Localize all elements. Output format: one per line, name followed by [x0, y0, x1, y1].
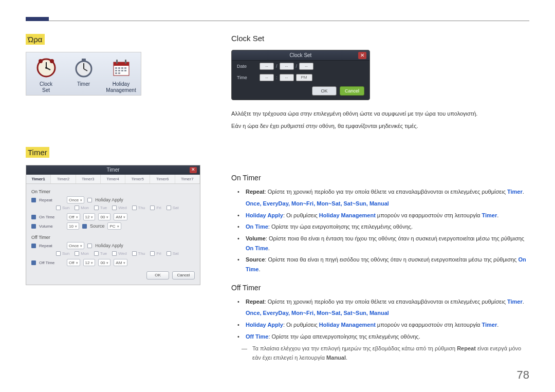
- list-item: Off Time: Ορίστε την ώρα απενεργοποίησης…: [242, 332, 529, 342]
- days-row-1: Sun Mon Tue Wed Thu Fri Sat: [31, 204, 195, 212]
- date-field[interactable]: --: [280, 63, 294, 70]
- timer-option[interactable]: Timer: [66, 55, 101, 93]
- day-check[interactable]: [56, 206, 61, 210]
- source-check[interactable]: [82, 224, 87, 229]
- chevron-down-icon: ▾: [80, 242, 82, 249]
- off-repeat-check[interactable]: [31, 244, 36, 248]
- day-tue: Tue: [100, 251, 107, 256]
- footnote-dash: ―: [242, 344, 247, 362]
- offtime-label: Off Time: [39, 260, 64, 265]
- day-check[interactable]: [150, 206, 155, 210]
- day-check[interactable]: [112, 251, 117, 256]
- cancel-button[interactable]: Cancel: [172, 271, 195, 279]
- clock-icon: [28, 55, 64, 80]
- day-check[interactable]: [94, 251, 99, 256]
- off-timer-group: Off Timer: [31, 235, 195, 240]
- chevron-down-icon: ▾: [76, 259, 78, 266]
- time-field[interactable]: --: [280, 74, 294, 81]
- offtime-check[interactable]: [31, 260, 36, 265]
- svg-point-4: [39, 59, 43, 63]
- day-check[interactable]: [132, 251, 137, 256]
- clock-set-option[interactable]: ClockSet: [28, 55, 64, 93]
- time-field[interactable]: --: [260, 74, 274, 81]
- day-check[interactable]: [75, 206, 79, 210]
- day-check[interactable]: [112, 206, 117, 210]
- holiday-option[interactable]: HolidayManagement: [103, 55, 139, 93]
- svg-rect-23: [118, 72, 120, 74]
- kw-repeat: Repeat: [246, 298, 265, 305]
- svg-rect-15: [118, 67, 120, 69]
- tab-timer4[interactable]: Timer4: [101, 175, 125, 183]
- chevron-down-icon: ▾: [91, 259, 93, 266]
- source-select[interactable]: PC▾: [107, 222, 121, 230]
- timer-body: On Timer Repeat Once▾ Holiday Apply Sun …: [26, 184, 200, 285]
- holiday-label: HolidayManagement: [103, 81, 139, 93]
- day-check[interactable]: [56, 251, 61, 256]
- right-column: Clock Set Clock Set ✕ Date -- / -- / -- …: [231, 34, 529, 363]
- day-check[interactable]: [166, 251, 171, 256]
- repeat-select[interactable]: Once▾: [67, 196, 84, 203]
- clockset-p1: Αλλάξτε την τρέχουσα ώρα στην επιλεγμένη…: [231, 109, 529, 119]
- list-item: Repeat: Ορίστε τη χρονική περίοδο για τη…: [242, 297, 529, 307]
- day-check[interactable]: [132, 206, 137, 210]
- cancel-button[interactable]: Cancel: [340, 86, 364, 96]
- close-icon[interactable]: ✕: [358, 52, 366, 59]
- kw-repeat: Repeat: [246, 189, 265, 195]
- ok-button[interactable]: OK: [146, 271, 169, 279]
- date-field[interactable]: --: [299, 63, 313, 70]
- kw-off-time: Off Time: [246, 333, 268, 340]
- timer-panel: Timer ✕ Timer1 Timer2 Timer3 Timer4 Time…: [26, 165, 200, 285]
- day-check[interactable]: [150, 251, 155, 256]
- holiday-apply-check[interactable]: [87, 198, 92, 202]
- day-check[interactable]: [166, 206, 171, 210]
- off-time-row: Off Time Off▾ 12▾ 00▾ AM▾: [31, 258, 195, 267]
- day-sat: Sat: [173, 206, 179, 210]
- ontime-ampm[interactable]: AM▾: [114, 213, 127, 220]
- ontime-min[interactable]: 00▾: [98, 213, 110, 220]
- day-check[interactable]: [75, 251, 79, 256]
- off-repeat-label: Repeat: [39, 244, 64, 248]
- kw-timer: Timer: [507, 189, 523, 195]
- ok-button[interactable]: OK: [312, 86, 337, 96]
- svg-rect-18: [115, 70, 117, 71]
- tab-timer6[interactable]: Timer6: [150, 175, 175, 183]
- repeat-value: Once: [69, 197, 79, 203]
- close-icon[interactable]: ✕: [190, 167, 197, 173]
- li-text: : Ορίστε ποια θα είναι η πηγή εισόδου τη…: [265, 256, 518, 263]
- date-label: Date: [237, 64, 257, 69]
- day-fri: Fri: [156, 251, 161, 256]
- day-check[interactable]: [94, 206, 99, 210]
- ontime-on-value: Off: [69, 214, 75, 220]
- chevron-down-icon: ▾: [76, 214, 78, 220]
- tab-timer2[interactable]: Timer2: [51, 175, 76, 183]
- ampm-field[interactable]: PM: [296, 74, 312, 81]
- page-layout: Ώρα ClockSet: [26, 34, 529, 363]
- tab-timer3[interactable]: Timer3: [76, 175, 101, 183]
- ontime-check[interactable]: [31, 215, 36, 219]
- volume-select[interactable]: 10▾: [67, 222, 79, 230]
- source-label: Source: [90, 223, 105, 229]
- list-item: Holiday Apply: Οι ρυθμίσεις Holiday Mana…: [242, 211, 529, 220]
- off-holiday-check[interactable]: [87, 244, 92, 248]
- list-item: Holiday Apply: Οι ρυθμίσεις Holiday Mana…: [242, 320, 529, 330]
- li-text: : Ορίστε την ώρα απενεργοποίησης της επι…: [268, 333, 420, 340]
- date-field[interactable]: --: [260, 63, 274, 70]
- ontime-onoff[interactable]: Off▾: [67, 213, 80, 220]
- tab-timer1[interactable]: Timer1: [26, 175, 51, 183]
- offtime-hour[interactable]: 12▾: [83, 259, 96, 266]
- footnote: ― Τα πλαίσια ελέγχου για την επιλογή ημε…: [231, 344, 529, 362]
- off-timer-heading: Off Timer: [231, 284, 529, 292]
- off-repeat-select[interactable]: Once▾: [67, 242, 84, 249]
- hour-value: 12: [85, 214, 90, 220]
- repeat-check[interactable]: [31, 198, 36, 202]
- footnote-text: Τα πλαίσια ελέγχου για την επιλογή ημερώ…: [252, 344, 529, 362]
- svg-rect-22: [115, 72, 117, 74]
- volume-check[interactable]: [31, 224, 36, 229]
- offtime-onoff[interactable]: Off▾: [67, 259, 80, 266]
- ontime-hour[interactable]: 12▾: [83, 213, 96, 220]
- tab-timer5[interactable]: Timer5: [125, 175, 150, 183]
- offtime-min[interactable]: 00▾: [98, 259, 110, 266]
- day-wed: Wed: [118, 251, 126, 256]
- tab-timer7[interactable]: Timer7: [175, 175, 200, 183]
- offtime-ampm[interactable]: AM▾: [114, 259, 127, 266]
